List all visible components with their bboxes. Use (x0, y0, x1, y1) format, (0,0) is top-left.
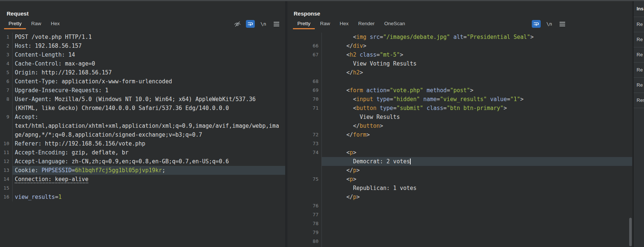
code-row[interactable]: 67 <h2 class="mt-5"> (287, 50, 632, 59)
eye-hidden-icon[interactable] (233, 20, 242, 28)
code-row[interactable]: 15 (0, 184, 285, 193)
code-row[interactable]: 70 <input type="hidden" name="view_resul… (287, 95, 632, 104)
response-scrollbar[interactable] (629, 31, 632, 247)
code-row[interactable]: </button> (287, 121, 632, 130)
tab-hex[interactable]: Hex (335, 19, 353, 29)
code-row[interactable]: 14Connection: keep-alive (0, 175, 285, 184)
code-row[interactable]: </p> (287, 166, 632, 175)
code-row[interactable]: 74 <p> (287, 148, 632, 157)
word-wrap-icon[interactable] (532, 20, 541, 28)
code-row[interactable]: (KHTML, like Gecko) Chrome/140.0.0.0 Saf… (0, 104, 285, 113)
line-number: 79 (287, 228, 322, 237)
line-number: 68 (287, 77, 322, 86)
code-row[interactable]: 80 (287, 237, 632, 246)
line-number (287, 68, 322, 77)
line-number: 66 (287, 41, 322, 50)
code-row[interactable]: 68 (287, 77, 632, 86)
code-row[interactable]: 11Accept-Encoding: gzip, deflate, br (0, 148, 285, 157)
inspector-section[interactable]: Re (634, 32, 644, 47)
code-row[interactable]: 69 <form action="vote.php" method="post"… (287, 86, 632, 95)
inspector-section[interactable]: Re (634, 17, 644, 32)
line-number (287, 33, 322, 41)
code-text: View Voting Results (322, 59, 632, 68)
tab-raw[interactable]: Raw (26, 19, 46, 29)
code-row[interactable]: 76 (287, 201, 632, 210)
code-text (322, 77, 632, 86)
menu-icon[interactable] (558, 20, 567, 28)
tab-pretty[interactable]: Pretty (4, 19, 26, 29)
menu-icon[interactable] (272, 20, 281, 28)
line-number: 73 (287, 139, 322, 148)
line-number: 78 (287, 219, 322, 228)
code-row[interactable]: Republican: 1 votes (287, 184, 632, 193)
code-text: Upgrade-Insecure-Requests: 1 (13, 86, 285, 95)
newline-icon[interactable]: \n (259, 20, 268, 28)
code-row[interactable]: 9Accept: (0, 113, 285, 121)
code-text: Accept: (13, 113, 285, 121)
code-row[interactable]: 79 (287, 228, 632, 237)
line-number (287, 166, 322, 175)
tab-render[interactable]: Render (353, 19, 379, 29)
code-row[interactable]: View Voting Results (287, 59, 632, 68)
code-row[interactable]: text/html,application/xhtml+xml,applicat… (0, 121, 285, 130)
code-row[interactable]: 13Cookie: PHPSESSID=6h1bqhf7cj5gg1bl05pj… (0, 166, 285, 175)
response-panel: Response PrettyRawHexRenderOneScan \n <i… (287, 1, 632, 247)
code-text: View Results (322, 113, 632, 121)
code-row[interactable]: <img src="/images/debate.jpg" alt="Presi… (287, 33, 632, 41)
code-row[interactable]: 8User-Agent: Mozilla/5.0 (Windows NT 10.… (0, 95, 285, 104)
code-row[interactable]: 66 </div> (287, 41, 632, 50)
code-row[interactable]: 75 <p> (287, 175, 632, 184)
code-row[interactable]: 2Host: 192.168.56.157 (0, 41, 285, 50)
code-row[interactable]: View Results (287, 113, 632, 121)
code-row[interactable]: 73 (287, 139, 632, 148)
inspector-strip: Ins ReReReReReRes (633, 1, 644, 247)
code-text: view_results=1 (13, 193, 285, 201)
inspector-section[interactable]: Re (634, 78, 644, 93)
code-row[interactable]: 5Origin: http://192.168.56.157 (0, 68, 285, 77)
line-number: 76 (287, 201, 322, 210)
inspector-section[interactable]: Re (634, 63, 644, 78)
code-row[interactable]: 10Referer: http://192.168.56.156/vote.ph… (0, 139, 285, 148)
request-title: Request (7, 10, 29, 17)
code-row[interactable]: 77 (287, 210, 632, 219)
line-number: 13 (0, 166, 13, 175)
inspector-title[interactable]: Ins (634, 1, 644, 17)
tab-onescan[interactable]: OneScan (380, 19, 410, 29)
scrollbar-thumb[interactable] (629, 218, 632, 246)
code-text: Content-Length: 14 (13, 50, 285, 59)
inspector-section[interactable]: Res (634, 93, 644, 108)
code-text: User-Agent: Mozilla/5.0 (Windows NT 10.0… (13, 95, 285, 104)
request-toolbar: \n (233, 20, 281, 28)
tab-hex[interactable]: Hex (46, 19, 64, 29)
line-number (287, 121, 322, 130)
code-text: <button type="submit" class="btn btn-pri… (322, 104, 632, 113)
tab-raw[interactable]: Raw (315, 19, 335, 29)
code-row[interactable]: 7Upgrade-Insecure-Requests: 1 (0, 86, 285, 95)
code-row[interactable]: 16view_results=1 (0, 193, 285, 201)
code-row[interactable]: 12Accept-Language: zh-CN,zh;q=0.9,en;q=0… (0, 157, 285, 166)
code-row[interactable]: </h2> (287, 68, 632, 77)
line-number: 3 (0, 50, 13, 59)
tab-pretty[interactable]: Pretty (293, 19, 315, 29)
code-row[interactable]: 6Content-Type: application/x-www-form-ur… (0, 77, 285, 86)
code-row[interactable]: ge/apng,*/*;q=0.8,application/signed-exc… (0, 130, 285, 139)
code-text: Republican: 1 votes (322, 184, 632, 193)
line-number (287, 193, 322, 201)
code-row[interactable]: Democrat: 2 votes (287, 157, 632, 166)
newline-icon[interactable]: \n (545, 20, 554, 28)
code-text: Democrat: 2 votes (322, 157, 632, 166)
code-row[interactable]: 72 </form> (287, 130, 632, 139)
line-number (0, 130, 13, 139)
code-row[interactable]: 1POST /vote.php HTTP/1.1 (0, 33, 285, 41)
code-text: ge/apng,*/*;q=0.8,application/signed-exc… (13, 130, 285, 139)
code-row[interactable]: 71 <button type="submit" class="btn btn-… (287, 104, 632, 113)
request-editor[interactable]: 1POST /vote.php HTTP/1.12Host: 192.168.5… (0, 31, 285, 247)
code-row[interactable]: 4Cache-Control: max-age=0 (0, 59, 285, 68)
code-row[interactable]: 3Content-Length: 14 (0, 50, 285, 59)
response-editor[interactable]: <img src="/images/debate.jpg" alt="Presi… (287, 31, 632, 247)
inspector-section[interactable]: Re (634, 47, 644, 63)
line-number: 67 (287, 50, 322, 59)
word-wrap-icon[interactable] (246, 20, 255, 28)
code-row[interactable]: </p> (287, 193, 632, 201)
code-row[interactable]: 78 (287, 219, 632, 228)
